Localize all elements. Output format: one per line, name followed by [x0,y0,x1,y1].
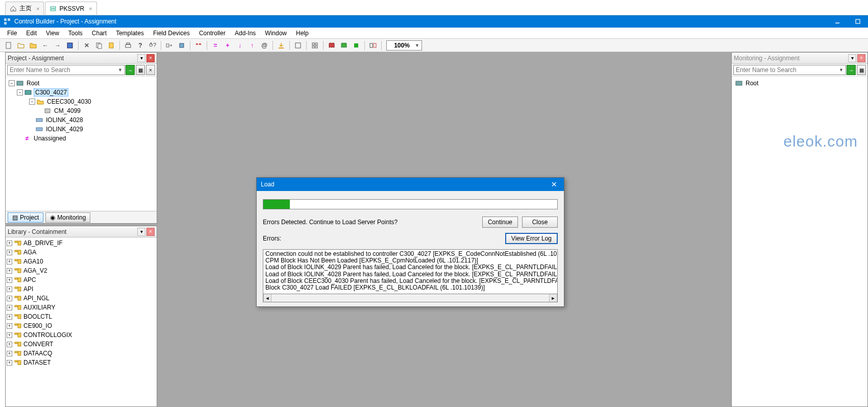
tree-collapse-icon[interactable]: − [29,99,35,105]
menu-window[interactable]: Window [261,29,291,38]
open-icon[interactable] [28,40,39,51]
tree-expand-icon[interactable]: + [7,323,12,329]
module-icon[interactable] [176,40,187,51]
scroll-right-icon[interactable]: ► [549,294,557,302]
search-clear-button[interactable]: × [146,65,155,75]
tree-expand-icon[interactable]: + [7,305,12,310]
down-icon[interactable]: ↓ [234,40,245,51]
close-icon[interactable]: × [36,6,39,12]
panel-close-icon[interactable]: × [146,228,155,236]
tree-unassigned[interactable]: Unassigned [33,135,67,142]
book2-icon[interactable] [338,40,350,51]
menu-edit[interactable]: Edit [22,29,41,38]
tree-expand-icon[interactable]: + [7,277,12,283]
browser-tab-home[interactable]: 主页 × [5,2,44,15]
library-item[interactable]: +APC [7,275,156,284]
forward-icon[interactable]: → [52,40,63,51]
book1-icon[interactable] [326,40,337,51]
panel-close-icon[interactable]: × [857,54,865,62]
library-item[interactable]: +BOOLCTL [7,312,156,321]
library-item[interactable]: +AGA_V2 [7,266,156,275]
up-icon[interactable]: ↑ [246,40,258,51]
grid-icon[interactable] [309,40,320,51]
print-icon[interactable] [122,40,134,51]
stop-icon[interactable] [351,40,362,51]
tree-expand-icon[interactable]: + [7,286,12,292]
paste-icon[interactable] [106,40,117,51]
library-item[interactable]: +AB_DRIVE_IF [7,238,156,248]
tree-io1[interactable]: IOLINK_4028 [45,116,84,124]
scroll-left-icon[interactable]: ◄ [263,294,271,302]
search-list-button[interactable]: ▦ [136,65,145,75]
scroll-track[interactable] [271,294,549,302]
search-list-button[interactable]: ▦ [857,65,866,75]
library-item[interactable]: +AUXILIARY [7,303,156,312]
copy-icon[interactable] [93,40,105,51]
zoom-select[interactable]: 100% ▼ [386,40,422,51]
menu-field-devices[interactable]: Field Devices [149,29,194,38]
menu-view[interactable]: View [42,29,63,38]
tree-expand-icon[interactable]: + [7,250,12,255]
tree-cm[interactable]: CM_4099 [53,107,82,114]
new-icon[interactable] [3,40,14,51]
dialog-close-icon[interactable]: ✕ [549,180,560,189]
menu-chart[interactable]: Chart [88,29,111,38]
project-tree[interactable]: −Root −C300_4027 −CEEC300_4030 CM_4099 I… [6,77,157,211]
tree-collapse-icon[interactable]: − [17,89,23,95]
tree-root[interactable]: Root [745,80,759,87]
tree-io2[interactable]: IOLINK_4029 [45,126,84,133]
tree-root[interactable]: Root [26,80,40,87]
monitoring-tree[interactable]: Root [732,77,867,406]
minimize-button[interactable] [830,17,845,26]
back-icon[interactable]: ← [40,40,51,51]
library-item[interactable]: +CONVERT [7,340,156,349]
menu-tools[interactable]: Tools [64,29,87,38]
whatsthis-icon[interactable]: ⥀? [147,40,158,51]
menu-addins[interactable]: Add-Ins [231,29,260,38]
library-item[interactable]: +API_NGL [7,294,156,303]
search-input[interactable] [7,65,125,75]
compare-icon[interactable] [367,40,379,51]
folder-icon[interactable] [15,40,27,51]
tree-expand-icon[interactable]: + [7,314,12,320]
menu-file[interactable]: File [3,29,21,38]
tree-c300[interactable]: C300_4027 [34,88,68,97]
tree-ceec[interactable]: CEEC300_4030 [46,98,92,105]
view-error-log-button[interactable]: View Error Log [505,233,558,244]
close-button[interactable]: Close [522,217,558,228]
tree-expand-icon[interactable]: + [7,351,12,356]
error-scrollbar[interactable]: ◄ ► [263,294,558,302]
plus-icon[interactable]: + [222,40,233,51]
window-icon[interactable] [292,40,304,51]
library-item[interactable]: +AGA10 [7,257,156,266]
browser-tab-pkssvr[interactable]: PKSSVR × [45,2,96,15]
tab-project[interactable]: ▤Project [8,212,43,223]
library-item[interactable]: +DATAACQ [7,349,156,358]
library-list[interactable]: +AB_DRIVE_IF+AGA+AGA10+AGA_V2+APC+API+AP… [6,237,157,406]
load-icon[interactable] [276,40,287,51]
tree-expand-icon[interactable]: + [7,342,12,347]
tree-expand-icon[interactable]: + [7,296,12,301]
assign-icon[interactable] [164,40,175,51]
maximize-button[interactable] [851,17,865,26]
menu-controller[interactable]: Controller [195,29,230,38]
tree-expand-icon[interactable]: + [7,332,12,338]
close-icon[interactable]: × [89,6,92,12]
library-item[interactable]: +AGA [7,248,156,257]
library-item[interactable]: +CONTROLLOGIX [7,330,156,340]
error-log-box[interactable]: Connection could not be established to c… [263,249,558,294]
menu-help[interactable]: Help [292,29,313,38]
tab-monitoring[interactable]: ◉Monitoring [45,212,90,223]
panel-options-icon[interactable]: ▾ [137,54,145,62]
save-icon[interactable] [64,40,76,51]
panel-options-icon[interactable]: ▾ [848,54,856,62]
library-item[interactable]: +API [7,284,156,294]
library-item[interactable]: +CE900_IO [7,321,156,330]
tree-expand-icon[interactable]: + [7,268,12,274]
search-go-button[interactable]: → [847,65,856,75]
menu-templates[interactable]: Templates [112,29,148,38]
continue-button[interactable]: Continue [482,217,518,228]
search-go-button[interactable]: → [126,65,135,75]
library-item[interactable]: +DATASET [7,358,156,367]
dialog-titlebar[interactable]: Load ✕ [257,178,564,191]
